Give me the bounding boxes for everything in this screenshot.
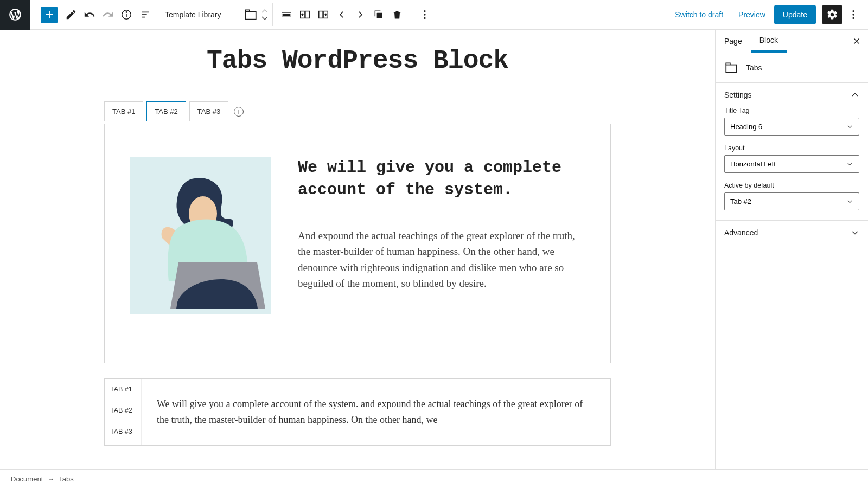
breadcrumb: Document → Tabs xyxy=(0,469,868,488)
label-active-default: Active by default xyxy=(724,182,859,189)
panel-advanced-title: Advanced xyxy=(724,228,758,237)
svg-point-19 xyxy=(424,10,425,12)
svg-rect-6 xyxy=(245,12,256,20)
list-view-icon[interactable] xyxy=(136,5,154,24)
vtab-body-text[interactable]: We will give you a complete account of t… xyxy=(157,396,595,428)
block-type-tabs-icon[interactable] xyxy=(241,5,260,24)
select-layout[interactable]: Horizontal Left xyxy=(724,155,859,173)
svg-rect-14 xyxy=(318,11,322,18)
tabs-block-icon xyxy=(724,61,738,75)
chevron-down-icon xyxy=(851,228,859,237)
panel-advanced-header[interactable]: Advanced xyxy=(724,228,859,237)
separator xyxy=(272,3,273,26)
separator xyxy=(237,3,237,26)
align-icon[interactable] xyxy=(277,5,296,24)
redo-icon[interactable] xyxy=(99,5,117,24)
illustration xyxy=(130,157,271,314)
breadcrumb-arrow-icon: → xyxy=(47,475,54,483)
close-sidebar-icon[interactable] xyxy=(845,30,868,53)
svg-point-24 xyxy=(852,17,854,19)
add-block-button[interactable] xyxy=(41,7,58,23)
svg-rect-18 xyxy=(376,13,382,18)
svg-rect-8 xyxy=(282,12,291,12)
undo-icon[interactable] xyxy=(80,5,99,24)
more-options-icon[interactable] xyxy=(844,5,863,24)
panel-settings-title: Settings xyxy=(724,91,752,99)
duplicate-icon[interactable] xyxy=(369,5,388,24)
settings-sidebar: Page Block Tabs Settings Title Tag Headi… xyxy=(715,30,868,469)
tab-content[interactable]: We will give you a complete account of t… xyxy=(104,124,611,363)
select-title-tag-value: Heading 6 xyxy=(730,123,762,131)
prev-tab-icon[interactable] xyxy=(333,5,351,24)
tabs-block-horizontal[interactable]: TAB #1 TAB #2 TAB #3 + xyxy=(104,101,611,363)
svg-point-2 xyxy=(126,12,126,12)
select-layout-value: Horizontal Left xyxy=(730,160,776,168)
chevron-up-icon xyxy=(851,91,859,99)
svg-rect-11 xyxy=(305,11,309,18)
tabs-block-vertical[interactable]: TAB #1 TAB #2 TAB #3 We will give you a … xyxy=(104,378,611,446)
panel-settings-header[interactable]: Settings xyxy=(724,91,859,99)
chevron-down-icon xyxy=(846,160,853,168)
sidebar-tab-block[interactable]: Block xyxy=(751,30,787,53)
label-layout: Layout xyxy=(724,144,859,152)
block-options-icon[interactable] xyxy=(416,5,434,24)
settings-icon[interactable] xyxy=(822,5,842,24)
next-tab-icon[interactable] xyxy=(351,5,369,24)
svg-point-22 xyxy=(852,10,854,12)
block-name-label: Tabs xyxy=(746,63,762,72)
svg-rect-7 xyxy=(282,14,290,16)
chevron-down-icon xyxy=(846,198,853,205)
delete-icon[interactable] xyxy=(388,5,406,24)
edit-mode-icon[interactable] xyxy=(62,5,80,24)
label-title-tag: Title Tag xyxy=(724,107,859,114)
insert-after-icon[interactable] xyxy=(314,5,333,24)
add-tab-icon[interactable]: + xyxy=(234,107,244,117)
separator xyxy=(411,3,411,26)
svg-point-20 xyxy=(424,14,425,15)
tab-button-1[interactable]: TAB #1 xyxy=(104,101,143,121)
template-label[interactable]: Template Library xyxy=(165,10,221,19)
vtab-content[interactable]: We will give you a complete account of t… xyxy=(142,379,610,445)
breadcrumb-block[interactable]: Tabs xyxy=(59,475,73,483)
tab-body-text[interactable]: And expound the actual teachings of the … xyxy=(298,228,585,292)
insert-before-icon[interactable] xyxy=(296,5,314,24)
preview-button[interactable]: Preview xyxy=(732,6,772,23)
select-title-tag[interactable]: Heading 6 xyxy=(724,118,859,136)
sidebar-tab-page[interactable]: Page xyxy=(716,30,751,53)
select-active-default[interactable]: Tab #2 xyxy=(724,192,859,210)
tab-heading[interactable]: We will give you a complete account of t… xyxy=(298,157,585,201)
info-icon[interactable] xyxy=(117,5,136,24)
vtab-button-2[interactable]: TAB #2 xyxy=(105,400,141,421)
vtab-button-3[interactable]: TAB #3 xyxy=(105,421,141,442)
update-button[interactable]: Update xyxy=(774,5,816,24)
svg-rect-29 xyxy=(726,65,737,73)
chevron-down-icon xyxy=(846,123,853,130)
svg-point-23 xyxy=(852,14,854,15)
page-title[interactable]: Tabs WordPress Block xyxy=(0,46,715,75)
move-down-icon[interactable] xyxy=(261,15,268,21)
tab-button-2[interactable]: TAB #2 xyxy=(146,101,186,121)
move-up-icon[interactable] xyxy=(261,9,268,14)
select-active-default-value: Tab #2 xyxy=(730,197,751,206)
breadcrumb-document[interactable]: Document xyxy=(11,475,43,483)
svg-point-21 xyxy=(424,17,425,19)
vtab-button-1[interactable]: TAB #1 xyxy=(105,379,141,400)
wordpress-logo[interactable] xyxy=(0,0,30,30)
switch-to-draft-button[interactable]: Switch to draft xyxy=(668,6,730,23)
svg-rect-9 xyxy=(282,17,291,17)
tab-button-3[interactable]: TAB #3 xyxy=(189,101,228,121)
